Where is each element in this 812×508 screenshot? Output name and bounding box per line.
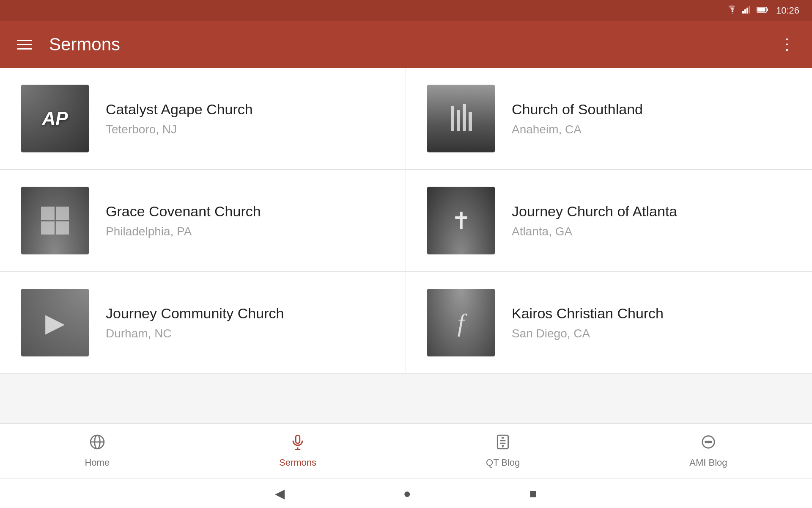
back-button[interactable]: ◀ <box>275 486 285 501</box>
battery-icon <box>757 6 768 16</box>
church-name-catalyst: Catalyst Agape Church <box>106 101 253 118</box>
bottom-nav: Home Sermons <box>0 424 812 478</box>
svg-point-22 <box>705 441 707 443</box>
amiblog-chat-icon <box>700 434 716 454</box>
svg-point-23 <box>708 441 709 443</box>
church-name-grace: Grace Covenant Church <box>106 203 261 220</box>
nav-label-amiblog: AMI Blog <box>689 457 727 468</box>
church-info-kairos: Kairos Christian Church San Diego, CA <box>512 305 664 341</box>
church-location-grace: Philadelphia, PA <box>106 225 261 238</box>
qtblog-book-icon <box>495 434 511 454</box>
church-card-grace[interactable]: Grace Covenant Church Philadelphia, PA <box>0 170 406 272</box>
svg-rect-7 <box>451 106 454 131</box>
status-bar: 10:26 <box>0 0 812 21</box>
svg-rect-0 <box>742 11 744 14</box>
church-name-southland: Church of Southland <box>512 101 643 118</box>
church-thumbnail-southland <box>427 85 495 152</box>
church-name-journey-atlanta: Journey Church of Atlanta <box>512 203 677 220</box>
svg-rect-3 <box>749 6 750 14</box>
thumb-label-catalyst: AP <box>42 108 68 129</box>
church-location-catalyst: Teterboro, NJ <box>106 123 253 136</box>
status-icons: 10:26 <box>727 5 799 16</box>
southland-thumb-art <box>448 102 474 135</box>
church-card-catalyst[interactable]: AP Catalyst Agape Church Teterboro, NJ <box>0 68 406 170</box>
church-card-journey-atlanta[interactable]: ✝ Journey Church of Atlanta Atlanta, GA <box>406 170 812 272</box>
svg-rect-2 <box>746 8 748 14</box>
svg-rect-10 <box>469 112 472 131</box>
nav-label-sermons: Sermons <box>279 457 316 468</box>
system-nav-bar: ◀ ● ■ <box>0 478 812 508</box>
church-grid: AP Catalyst Agape Church Teterboro, NJ <box>0 68 812 374</box>
church-info-grace: Grace Covenant Church Philadelphia, PA <box>106 203 261 239</box>
church-thumbnail-grace <box>21 187 89 254</box>
church-name-journey-community: Journey Community Church <box>106 305 284 322</box>
svg-point-24 <box>710 441 712 443</box>
more-options-icon[interactable]: ⋮ <box>779 36 795 53</box>
hamburger-menu-icon[interactable] <box>17 40 32 50</box>
church-thumbnail-catalyst: AP <box>21 85 89 152</box>
church-info-catalyst: Catalyst Agape Church Teterboro, NJ <box>106 101 253 137</box>
nav-label-home: Home <box>85 457 110 468</box>
svg-rect-14 <box>296 435 300 443</box>
church-card-kairos[interactable]: f Kairos Christian Church San Diego, CA <box>406 272 812 374</box>
church-location-journey-atlanta: Atlanta, GA <box>512 225 677 238</box>
svg-rect-6 <box>767 8 768 11</box>
content-area: AP Catalyst Agape Church Teterboro, NJ <box>0 68 812 423</box>
signal-icon <box>742 6 752 16</box>
nav-item-home[interactable]: Home <box>72 430 122 472</box>
nav-label-qtblog: QT Blog <box>486 457 520 468</box>
church-info-journey-community: Journey Community Church Durham, NC <box>106 305 284 341</box>
nav-item-amiblog[interactable]: AMI Blog <box>677 430 740 472</box>
kairos-thumb-icon: f <box>458 308 465 337</box>
journey-atl-thumb-icon: ✝ <box>451 207 471 235</box>
home-button[interactable]: ● <box>403 486 411 501</box>
church-thumbnail-kairos: f <box>427 289 495 356</box>
svg-rect-5 <box>757 8 765 11</box>
church-location-southland: Anaheim, CA <box>512 123 643 136</box>
church-thumbnail-journey-atlanta: ✝ <box>427 187 495 254</box>
page-title: Sermons <box>49 34 779 55</box>
nav-item-qtblog[interactable]: QT Blog <box>473 430 532 472</box>
bottom-nav-container: Home Sermons <box>0 423 812 508</box>
svg-rect-8 <box>457 110 460 131</box>
svg-rect-9 <box>463 104 466 131</box>
church-info-southland: Church of Southland Anaheim, CA <box>512 101 643 137</box>
church-card-journey-community[interactable]: ▶ Journey Community Church Durham, NC <box>0 272 406 374</box>
church-card-southland[interactable]: Church of Southland Anaheim, CA <box>406 68 812 170</box>
church-info-journey-atlanta: Journey Church of Atlanta Atlanta, GA <box>512 203 677 239</box>
svg-rect-1 <box>744 9 746 14</box>
church-thumbnail-journey-community: ▶ <box>21 289 89 356</box>
recent-button[interactable]: ■ <box>529 486 537 501</box>
status-time: 10:26 <box>776 5 799 16</box>
nav-item-sermons[interactable]: Sermons <box>266 430 329 472</box>
church-location-journey-community: Durham, NC <box>106 327 284 340</box>
app-bar: Sermons ⋮ <box>0 21 812 68</box>
sermons-mic-icon <box>290 434 306 454</box>
home-globe-icon <box>89 434 105 454</box>
app-container: 10:26 Sermons ⋮ AP Catalyst Agape Church… <box>0 0 812 508</box>
church-name-kairos: Kairos Christian Church <box>512 305 664 322</box>
journey-comm-thumb-icon: ▶ <box>45 308 65 337</box>
grace-thumb-grid <box>41 207 69 235</box>
church-location-kairos: San Diego, CA <box>512 327 664 340</box>
wifi-icon <box>727 6 738 16</box>
